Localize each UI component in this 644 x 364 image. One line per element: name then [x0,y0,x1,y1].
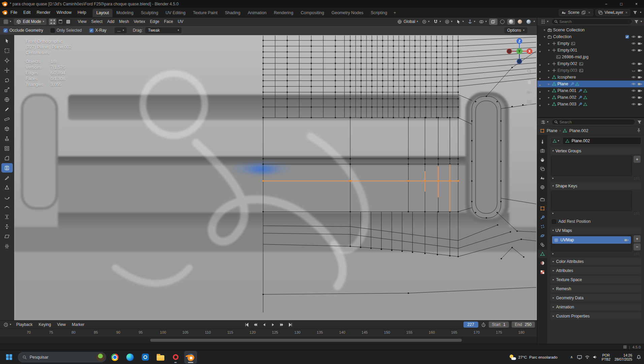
resize-grip[interactable]: ∷∷ [634,252,639,256]
vp-menu-mesh[interactable]: Mesh [117,18,131,25]
only-selected-checkbox[interactable] [51,28,55,33]
camera-icon[interactable] [638,48,642,53]
minimize-button[interactable]: − [599,0,614,8]
drag-mode-select[interactable]: Tweak▾ [145,27,182,33]
tool-rotate[interactable] [1,75,13,85]
workspace-tab-texture-paint[interactable]: Texture Paint [189,9,221,17]
camera-view-button[interactable] [525,88,533,96]
list-specials[interactable]: ▸ [552,177,554,180]
transform-orientation-dropdown[interactable]: Global ▾ [396,19,419,25]
panel-header-vertex-groups[interactable]: ▾Vertex Groups [550,147,641,154]
eye-icon[interactable] [631,102,636,107]
outliner-row-scene-collection[interactable]: ▾ Scene Collection [537,27,644,33]
notifications-icon[interactable] [636,355,641,360]
clock-widget[interactable]: 14:26 28/07/2025 [614,353,632,361]
shading-dropdown[interactable]: ▾ [534,20,535,23]
weather-widget[interactable]: 27°C Parc ensolarado [509,354,557,360]
outliner-row-plane[interactable]: ▸Plane [537,81,644,87]
menu-window[interactable]: Window [54,9,74,16]
end-frame-field[interactable]: End 250 [512,322,535,328]
shading-wireframe-button[interactable] [498,19,506,25]
vp-menu-face[interactable]: Face [162,18,175,25]
edit-mesh-wireframe[interactable] [14,35,537,320]
navigation-gizmo[interactable]: Z X Y [505,37,534,66]
scene-selector[interactable]: Scene × [559,9,593,16]
tool-rip[interactable] [1,241,13,251]
properties-tab-output[interactable] [538,156,547,164]
select-tool-visibility[interactable]: ▾ [455,19,465,25]
properties-tab-material[interactable] [538,259,547,267]
pivot-point-dropdown[interactable]: ▾ [420,19,431,25]
camera-icon[interactable] [638,102,642,107]
tl-menu-playback[interactable]: Playback [13,321,36,328]
tool-spin[interactable] [1,192,13,202]
menu-file[interactable]: File [7,9,20,16]
recorder-app-icon[interactable] [169,351,182,364]
timeline-editor-dropdown[interactable]: ▾ [2,322,12,328]
workspace-tab-compositing[interactable]: Compositing [297,9,328,17]
list-item-uvmap[interactable]: UVMap [552,236,631,244]
vertex-groups-list[interactable] [551,156,632,176]
properties-tab-constraints[interactable] [538,241,547,249]
vertex-select-button[interactable] [49,19,56,25]
occlude-geometry-checkbox[interactable] [3,28,8,33]
proportional-edit-dropdown[interactable]: ▾ [443,19,454,25]
tool-bevel[interactable] [1,153,13,163]
viewlayer-selector[interactable]: ViewLayer × [595,9,630,16]
eye-icon[interactable] [631,75,636,80]
panel-animation[interactable]: ▸Animation [550,303,641,311]
outliner-filter-icon[interactable] [634,19,639,24]
tool-shrink-fatten[interactable] [1,222,13,231]
play-reverse-button[interactable] [260,322,268,328]
previous-keyframe-button[interactable] [251,322,259,328]
shape-keys-list[interactable] [551,191,632,211]
tool-shear[interactable] [1,232,13,241]
outliner-row-plane-003[interactable]: ▸Plane.003 [537,101,644,108]
properties-tab-physics[interactable] [538,232,547,240]
blender-taskbar-icon[interactable] [184,351,197,364]
camera-icon[interactable] [638,68,642,73]
cast-icon[interactable] [577,355,582,360]
panel-color-attributes[interactable]: ▸Color Attributes [550,257,641,265]
tool-select-box[interactable] [1,46,13,55]
search-highlight-image[interactable] [96,353,104,361]
add-workspace-button[interactable]: + [391,9,398,17]
mode-dropdown[interactable]: Edit Mode ▾ [14,19,46,25]
edge-select-button[interactable] [57,19,64,25]
outliner-row-empty-002[interactable]: ▸Empty.002 [537,60,644,67]
camera-icon[interactable] [638,41,642,46]
properties-tab-object-data[interactable] [538,250,547,258]
file-explorer-icon[interactable] [154,351,167,364]
properties-search[interactable] [551,119,635,125]
pin-icon[interactable] [636,128,641,133]
zoom-button[interactable] [525,67,533,75]
start-frame-field[interactable]: Start 1 [489,322,509,328]
eye-off-icon[interactable] [631,68,636,73]
tool-smooth[interactable] [1,202,13,212]
tool-poly-build[interactable] [1,183,13,192]
outliner-editor-dropdown[interactable]: ▾ [539,19,550,25]
breadcrumb-data[interactable]: Plane.002 [569,128,588,133]
remove-button[interactable]: − [634,243,641,250]
properties-tab-particles[interactable] [538,222,547,231]
start-button[interactable] [3,351,15,364]
properties-tab-render[interactable] [538,147,547,155]
tool-measure[interactable] [1,114,13,124]
vp-menu-edge[interactable]: Edge [148,18,162,25]
close-button[interactable]: × [629,0,644,8]
camera-icon[interactable] [638,34,642,39]
xray-checkbox[interactable] [89,28,94,33]
tool-edge-slide[interactable] [1,212,13,221]
datablock-type-dropdown[interactable]: ▾ [550,138,561,145]
timeline-ruler[interactable]: 7075808590951001051101151201251301351401… [0,329,537,337]
volume-icon[interactable] [592,355,598,360]
properties-editor-dropdown[interactable]: ▾ [539,119,550,125]
tool-knife[interactable] [1,173,13,182]
properties-tab-texture[interactable] [538,268,547,276]
outliner-row-plane-002[interactable]: ▸Plane.002 [537,94,644,101]
axis-z-negative[interactable] [517,59,522,64]
tool-extrude[interactable] [1,134,13,143]
vp-menu-select[interactable]: Select [89,18,105,25]
eye-icon[interactable] [631,95,636,100]
vp-menu-view[interactable]: View [75,18,89,25]
